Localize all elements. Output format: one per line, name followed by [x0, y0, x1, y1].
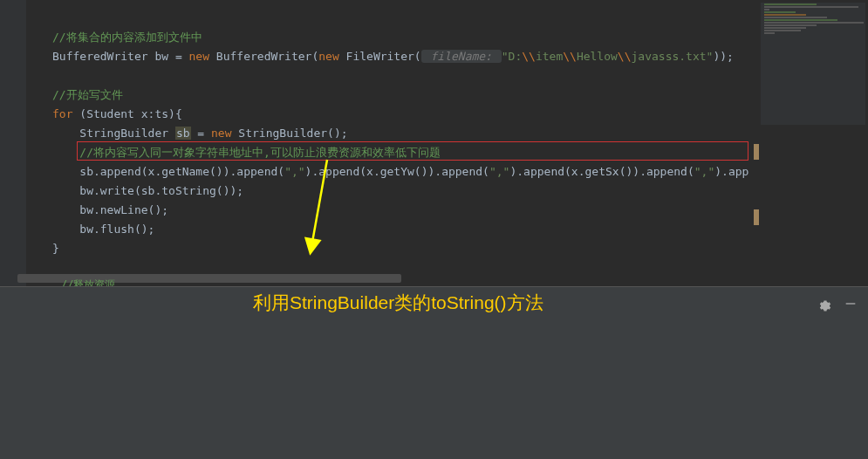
svg-rect-1	[846, 303, 856, 304]
code-editor[interactable]: //将集合的内容添加到文件中 BufferedWriter bw = new B…	[0, 0, 750, 288]
comment-line: //将内容写入同一对象字符串地址中,可以防止浪费资源和效率低下问题	[79, 146, 440, 159]
code-line: bw.newLine();	[79, 203, 168, 216]
code-minimap[interactable]	[761, 3, 865, 125]
code-content[interactable]: //将集合的内容添加到文件中 BufferedWriter bw = new B…	[52, 9, 750, 258]
comment-line: //将集合的内容添加到文件中	[52, 31, 202, 44]
scroll-marker[interactable]	[754, 209, 759, 225]
code-line: BufferedWriter bw = new BufferedWriter(n…	[52, 50, 734, 63]
code-line: bw.flush();	[79, 223, 154, 236]
code-line: bw.write(sb.toString());	[79, 184, 243, 197]
minimize-icon[interactable]	[844, 297, 858, 311]
comment-line: //开始写文件	[52, 88, 123, 101]
annotation-caption: 利用StringBuilder类的toString()方法	[253, 291, 543, 315]
editor-gutter	[0, 0, 26, 288]
code-line: }	[52, 242, 59, 255]
scroll-marker[interactable]	[754, 144, 759, 160]
code-line: for (Student x:ts){	[52, 107, 182, 120]
gear-icon[interactable]	[817, 297, 833, 312]
code-line-highlighted: sb.append(x.getName()).append(",").appen…	[79, 165, 748, 178]
code-line: StringBuilder sb = new StringBuilder();	[79, 127, 347, 140]
